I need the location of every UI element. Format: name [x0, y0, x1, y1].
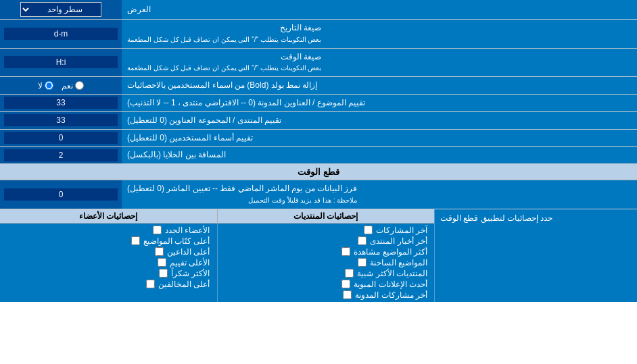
- cb-top-violators: أعلى المخالفين: [7, 280, 210, 289]
- cb-hot-topics: المواضيع الساخنة: [225, 258, 428, 267]
- topics-order-input[interactable]: [4, 97, 118, 109]
- cb-top-inviters-input[interactable]: [155, 247, 164, 256]
- time-format-label: صيغة الوقتبعض التكوينات يتطلب "/" التي ي…: [122, 49, 637, 77]
- cb-new-members: الأعضاء الجدد: [7, 226, 210, 235]
- cb-top-violators-input[interactable]: [146, 280, 155, 288]
- cb-most-viewed-input[interactable]: [341, 247, 350, 256]
- forum-group-label: تقييم المنتدى / المجموعة العناوين (0 للت…: [122, 112, 637, 129]
- cb-forum-news-input[interactable]: [358, 236, 367, 245]
- display-select-cell: سطر واحد: [0, 0, 122, 19]
- checkboxes-row: آخر المشاركات أخر أخبار المنتدى أكثر الم…: [0, 224, 434, 302]
- usernames-label: تقييم أسماء المستخدمين (0 للتعطيل): [122, 130, 637, 147]
- cb-most-similar-input[interactable]: [345, 269, 354, 278]
- usernames-input[interactable]: [4, 132, 118, 144]
- cell-spacing-label: المسافة بين الخلايا (بالبكسل): [122, 147, 637, 163]
- cb-most-viewed: أكثر المواضيع مشاهدة: [225, 247, 428, 257]
- cb-top-writers-input[interactable]: [131, 236, 140, 245]
- bottom-section: حدد إحصائيات لتطبيق قطع الوقت إحصائيات ا…: [0, 209, 637, 302]
- time-cut-input[interactable]: [4, 188, 118, 201]
- usernames-input-cell: [0, 130, 122, 147]
- cb-last-posts-input[interactable]: [364, 226, 373, 234]
- cb-top-rated: الأعلى تقييم: [7, 258, 210, 267]
- cb-top-writers: أعلى كتّاب المواضيع: [7, 236, 210, 246]
- date-format-input[interactable]: [4, 28, 118, 40]
- cb-most-similar: المنتديات الأكثر شبية: [225, 269, 428, 278]
- bold-no-radio[interactable]: [45, 81, 53, 90]
- col2-checkboxes: آخر المشاركات أخر أخبار المنتدى أكثر الم…: [217, 224, 435, 302]
- time-cut-header: قطع الوقت: [0, 164, 637, 180]
- forum-group-input[interactable]: [4, 114, 118, 126]
- topics-order-label: تقييم الموضوع / العناوين المدونة (0 -- ا…: [122, 95, 637, 111]
- cb-new-members-input[interactable]: [153, 226, 162, 234]
- cb-last-posts: آخر المشاركات: [225, 226, 428, 235]
- time-format-input-cell: [0, 49, 122, 77]
- col1-checkboxes: الأعضاء الجدد أعلى كتّاب المواضيع أعلى ا…: [0, 224, 217, 302]
- limit-label: حدد إحصائيات لتطبيق قطع الوقت: [434, 209, 637, 302]
- time-cut-input-cell: [0, 180, 122, 209]
- cb-most-thanked: الأكثر شكراً: [7, 269, 210, 278]
- cb-announcements: أحدث الإعلانات المبوية: [225, 280, 428, 289]
- bold-remove-radio-cell: نعم لا: [0, 77, 122, 94]
- bold-no-label[interactable]: لا: [38, 81, 53, 90]
- bold-remove-label: إزالة نمط بولد (Bold) من اسماء المستخدمي…: [122, 77, 637, 94]
- cb-top-rated-input[interactable]: [158, 258, 166, 267]
- cb-forum-news: أخر أخبار المنتدى: [225, 236, 428, 246]
- cell-spacing-input-cell: [0, 147, 122, 163]
- time-format-input[interactable]: [4, 56, 118, 68]
- date-format-input-cell: [0, 20, 122, 48]
- cb-blog-posts: أخر مشاركات المدونة: [225, 290, 428, 300]
- cell-spacing-input[interactable]: [4, 149, 118, 161]
- cb-announcements-input[interactable]: [341, 280, 350, 288]
- col1-title: إحصائيات الأعضاء: [0, 209, 217, 223]
- col2-title: إحصائيات المنتديات: [217, 209, 435, 223]
- time-cut-label: فرز البيانات من يوم الماشر الماضي فقط --…: [122, 180, 637, 209]
- cb-hot-topics-input[interactable]: [358, 258, 367, 267]
- display-label: العرض: [122, 0, 637, 19]
- cb-blog-posts-input[interactable]: [343, 290, 352, 299]
- date-format-label: صيغة التاريخبعض التكوينات يتطلب "/" التي…: [122, 20, 637, 48]
- bold-yes-label[interactable]: نعم: [62, 81, 84, 90]
- cb-top-inviters: أعلى الداعين: [7, 247, 210, 257]
- bottom-title-row: إحصائيات المنتديات إحصائيات الأعضاء: [0, 209, 434, 224]
- topics-order-input-cell: [0, 95, 122, 111]
- cb-most-thanked-input[interactable]: [159, 269, 168, 278]
- forum-group-input-cell: [0, 112, 122, 129]
- bold-yes-radio[interactable]: [75, 81, 84, 90]
- display-select[interactable]: سطر واحد: [20, 2, 101, 17]
- checkboxes-area: إحصائيات المنتديات إحصائيات الأعضاء آخر …: [0, 209, 434, 302]
